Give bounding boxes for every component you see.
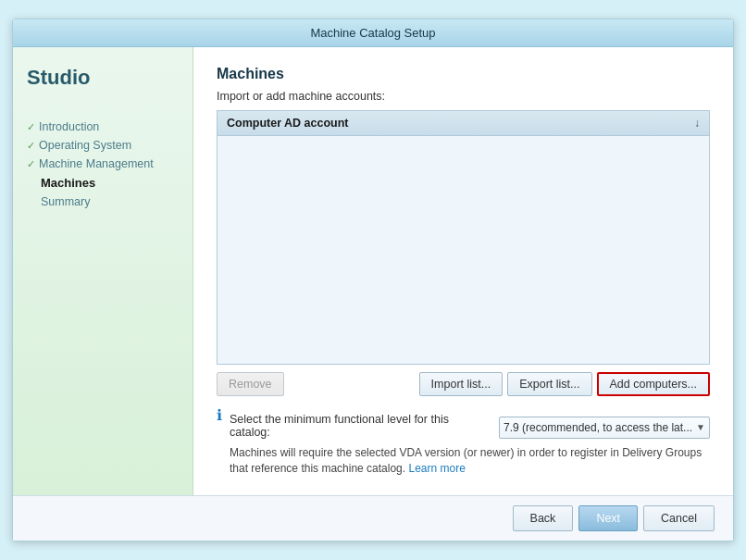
sidebar: Studio ✓ Introduction ✓ Operating System… xyxy=(13,47,193,495)
learn-more-link[interactable]: Learn more xyxy=(408,462,465,475)
page-title: Machines xyxy=(217,66,710,82)
select-value: 7.9 (recommended, to access the lat... xyxy=(504,421,692,434)
sidebar-item-machine-management[interactable]: ✓ Machine Management xyxy=(27,155,179,173)
dropdown-arrow-icon: ▼ xyxy=(696,422,705,432)
sidebar-item-label: Operating System xyxy=(39,139,131,152)
bottom-bar: Back Next Cancel xyxy=(13,495,733,541)
add-computers-button[interactable]: Add computers... xyxy=(597,372,711,396)
functional-level-select[interactable]: 7.9 (recommended, to access the lat... ▼ xyxy=(499,417,710,439)
next-button[interactable]: Next xyxy=(578,505,638,531)
sidebar-item-label: Introduction xyxy=(39,120,99,133)
section-subtitle: Import or add machine accounts: xyxy=(217,90,710,103)
check-icon: ✓ xyxy=(27,140,35,152)
import-list-button[interactable]: Import list... xyxy=(419,372,504,396)
main-content: Machines Import or add machine accounts:… xyxy=(193,47,733,495)
sidebar-item-operating-system[interactable]: ✓ Operating System xyxy=(27,136,179,155)
sidebar-item-label: Machine Management xyxy=(39,157,154,170)
back-button[interactable]: Back xyxy=(513,505,574,531)
title-bar: Machine Catalog Setup xyxy=(13,19,733,47)
sidebar-item-summary[interactable]: Summary xyxy=(27,193,179,211)
info-row: Select the minimum functional level for … xyxy=(230,413,710,442)
action-buttons: Remove Import list... Export list... Add… xyxy=(217,372,710,396)
column-header: Computer AD account xyxy=(227,117,349,130)
window-title: Machine Catalog Setup xyxy=(310,26,435,40)
cancel-button[interactable]: Cancel xyxy=(643,505,715,531)
machines-table: Computer AD account ↓ xyxy=(217,110,710,365)
sidebar-item-label: Summary xyxy=(41,195,90,208)
sidebar-item-machines[interactable]: Machines xyxy=(27,173,179,193)
export-list-button[interactable]: Export list... xyxy=(507,372,591,396)
sidebar-item-introduction[interactable]: ✓ Introduction xyxy=(27,118,179,136)
remove-button[interactable]: Remove xyxy=(217,372,284,396)
check-icon: ✓ xyxy=(27,158,35,170)
sort-icon[interactable]: ↓ xyxy=(694,117,700,130)
info-label: Select the minimum functional level for … xyxy=(230,413,490,439)
table-body xyxy=(218,136,709,364)
sidebar-item-label: Machines xyxy=(41,176,95,190)
check-icon: ✓ xyxy=(27,121,35,133)
info-icon: ℹ xyxy=(217,406,222,424)
content-area: Studio ✓ Introduction ✓ Operating System… xyxy=(13,47,733,495)
info-section: ℹ Select the minimum functional level fo… xyxy=(217,405,710,477)
info-text-block: Select the minimum functional level for … xyxy=(230,405,710,477)
table-header: Computer AD account ↓ xyxy=(218,111,709,136)
machine-catalog-setup-window: Machine Catalog Setup Studio ✓ Introduct… xyxy=(12,19,734,541)
sidebar-title: Studio xyxy=(27,66,179,90)
info-description: Machines will require the selected VDA v… xyxy=(230,445,710,477)
